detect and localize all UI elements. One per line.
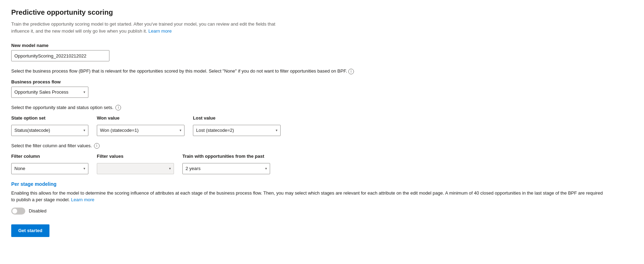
won-value-text: Won (statecode=1)	[100, 128, 177, 133]
per-stage-learn-more-link[interactable]: Learn more	[71, 197, 94, 202]
get-started-button[interactable]: Get started	[11, 224, 49, 237]
page-title: Predictive opportunity scoring	[11, 8, 633, 16]
filter-column-dropdown[interactable]: None ▾	[11, 163, 88, 174]
filter-column-text: None	[14, 166, 81, 171]
train-with-field: Train with opportunities from the past 2…	[182, 154, 270, 174]
learn-more-link[interactable]: Learn more	[148, 28, 172, 34]
model-name-field-group: New model name	[11, 43, 633, 61]
bpf-field-group: Business process flow Opportunity Sales …	[11, 79, 633, 98]
subtitle-text: Train the predictive opportunity scoring…	[11, 21, 278, 34]
lost-value-dropdown[interactable]: Lost (statecode=2) ▾	[193, 125, 281, 136]
won-value-field: Won value Won (statecode=1) ▾	[97, 115, 185, 136]
won-value-label: Won value	[97, 115, 185, 121]
bpf-label: Business process flow	[11, 79, 633, 84]
toggle-label: Disabled	[29, 208, 47, 214]
filter-description-row: Select the filter column and filter valu…	[11, 143, 633, 149]
state-option-set-label: State option set	[11, 115, 88, 121]
train-with-text: 2 years	[186, 166, 262, 171]
bpf-description: Select the business process flow (BPF) t…	[11, 68, 633, 74]
won-chevron-icon: ▾	[180, 128, 181, 132]
model-name-input[interactable]	[11, 50, 109, 61]
per-stage-description: Enabling this allows for the model to de…	[11, 190, 608, 203]
page-container: Predictive opportunity scoring Train the…	[0, 0, 644, 245]
state-option-set-text: Status(statecode)	[14, 128, 81, 133]
lost-value-field: Lost value Lost (statecode=2) ▾	[193, 115, 281, 136]
per-stage-section: Per stage modeling Enabling this allows …	[11, 181, 633, 215]
filter-info-icon[interactable]: i	[94, 143, 100, 149]
per-stage-toggle[interactable]	[11, 208, 25, 215]
toggle-thumb	[12, 209, 17, 214]
filter-val-chevron-icon: ▾	[169, 167, 171, 170]
filter-values-label: Filter values	[97, 154, 174, 159]
filter-column-label: Filter column	[11, 154, 88, 159]
train-with-dropdown[interactable]: 2 years ▾	[182, 163, 270, 174]
state-option-set-field: State option set Status(statecode) ▾	[11, 115, 88, 136]
lost-value-text: Lost (statecode=2)	[196, 128, 273, 133]
lost-value-label: Lost value	[193, 115, 281, 121]
filter-col-chevron-icon: ▾	[83, 167, 85, 170]
bpf-dropdown[interactable]: Opportunity Sales Process ▾	[11, 87, 88, 98]
filter-values-dropdown: ▾	[97, 163, 174, 174]
filter-values-field: Filter values ▾	[97, 154, 174, 174]
toggle-track	[11, 208, 25, 215]
opportunity-state-description-row: Select the opportunity state and status …	[11, 105, 633, 110]
toggle-row: Disabled	[11, 208, 633, 215]
lost-chevron-icon: ▾	[276, 128, 277, 132]
train-with-label: Train with opportunities from the past	[182, 154, 270, 159]
train-chevron-icon: ▾	[265, 167, 267, 170]
filter-column-field: Filter column None ▾	[11, 154, 88, 174]
state-dropdowns-row: State option set Status(statecode) ▾ Won…	[11, 115, 633, 136]
bpf-info-icon[interactable]: i	[348, 69, 354, 74]
model-name-label: New model name	[11, 43, 633, 48]
won-value-dropdown[interactable]: Won (statecode=1) ▾	[97, 125, 185, 136]
bpf-dropdown-text: Opportunity Sales Process	[14, 89, 81, 95]
filter-description: Select the filter column and filter valu…	[11, 143, 92, 148]
state-chevron-icon: ▾	[83, 128, 85, 132]
bpf-chevron-icon: ▾	[83, 90, 85, 94]
opportunity-state-description: Select the opportunity state and status …	[11, 105, 113, 110]
state-option-set-dropdown[interactable]: Status(statecode) ▾	[11, 125, 88, 136]
per-stage-title: Per stage modeling	[11, 181, 633, 187]
filter-dropdowns-row: Filter column None ▾ Filter values ▾ Tra…	[11, 154, 633, 174]
opportunity-state-info-icon[interactable]: i	[115, 105, 121, 110]
